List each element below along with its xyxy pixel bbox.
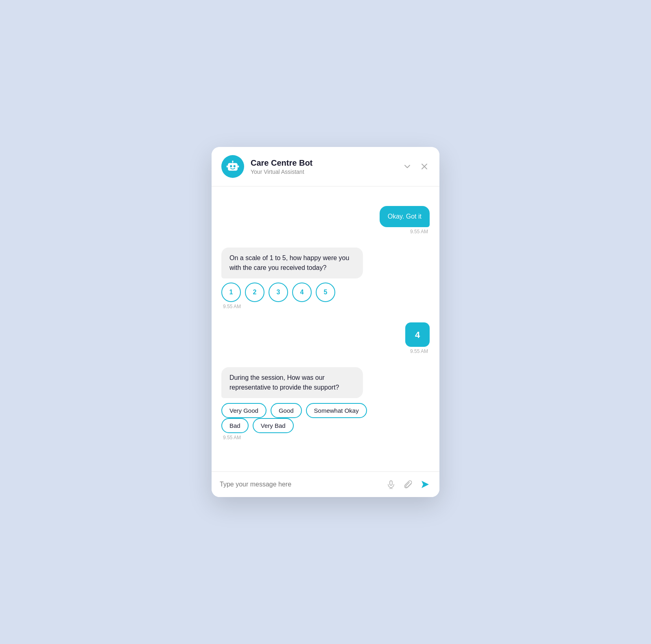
rating-btn-1[interactable]: 1 [221, 283, 241, 302]
svg-rect-6 [238, 165, 239, 167]
message-time-4: 9.55 AM [221, 435, 242, 440]
choice-btn-bad[interactable]: Bad [221, 418, 249, 433]
choice-options-row2: Bad Very Bad [221, 418, 294, 433]
rating-btn-5[interactable]: 5 [316, 283, 335, 302]
send-icon [421, 480, 430, 489]
svg-point-1 [230, 165, 232, 167]
svg-point-4 [232, 161, 233, 162]
header-actions [402, 161, 430, 172]
choice-btn-very-bad[interactable]: Very Bad [253, 418, 294, 433]
svg-marker-12 [422, 481, 429, 488]
chat-header: Care Centre Bot Your Virtual Assistant [212, 147, 439, 186]
svg-rect-9 [390, 481, 392, 485]
message-row-bot-2: On a scale of 1 to 5, how happy were you… [221, 248, 430, 309]
mic-button[interactable] [385, 478, 397, 491]
message-row-user-1: Okay. Got it 9.55 AM [221, 206, 430, 234]
bot-avatar [221, 155, 244, 178]
choice-options: Very Good Good Somewhat Okay [221, 403, 367, 418]
chat-footer [212, 471, 439, 497]
rating-options: 1 2 3 4 5 [221, 283, 335, 302]
paperclip-icon [404, 480, 413, 489]
header-title: Care Centre Bot [251, 158, 402, 168]
close-icon [421, 163, 428, 170]
microphone-icon [387, 480, 395, 489]
rating-btn-3[interactable]: 3 [269, 283, 288, 302]
chat-input[interactable] [220, 481, 380, 488]
send-button[interactable] [419, 478, 431, 491]
message-bubble-user-1: Okay. Got it [380, 206, 430, 227]
chat-widget: Care Centre Bot Your Virtual Assistant O… [212, 147, 439, 497]
message-time-2: 9.55 AM [221, 304, 242, 309]
minimize-button[interactable] [402, 161, 413, 172]
choice-btn-somewhat-okay[interactable]: Somewhat Okay [306, 403, 367, 418]
message-row-user-3: 4 9.55 AM [221, 322, 430, 354]
svg-point-2 [234, 165, 236, 167]
bot-message-block-2: On a scale of 1 to 5, how happy were you… [221, 248, 398, 309]
bot-message-block-4: During the session, How was our represen… [221, 367, 398, 440]
choice-btn-very-good[interactable]: Very Good [221, 403, 267, 418]
svg-rect-5 [227, 165, 228, 167]
bot-avatar-icon [226, 160, 240, 173]
close-button[interactable] [419, 161, 430, 172]
chat-body: Okay. Got it 9.55 AM On a scale of 1 to … [212, 186, 439, 471]
attach-button[interactable] [402, 478, 414, 491]
header-subtitle: Your Virtual Assistant [251, 169, 402, 175]
choice-btn-good[interactable]: Good [271, 403, 302, 418]
message-time-1: 9.55 AM [409, 229, 430, 234]
message-row-bot-4: During the session, How was our represen… [221, 367, 430, 440]
message-time-3: 9.55 AM [409, 348, 430, 354]
rating-btn-4[interactable]: 4 [292, 283, 312, 302]
rating-btn-2[interactable]: 2 [245, 283, 264, 302]
svg-rect-0 [228, 163, 238, 171]
message-bubble-bot-2: On a scale of 1 to 5, how happy were you… [221, 248, 363, 278]
chevron-down-icon [404, 163, 411, 170]
message-bubble-bot-4: During the session, How was our represen… [221, 367, 363, 398]
message-bubble-user-3: 4 [405, 322, 430, 347]
header-text: Care Centre Bot Your Virtual Assistant [251, 158, 402, 175]
